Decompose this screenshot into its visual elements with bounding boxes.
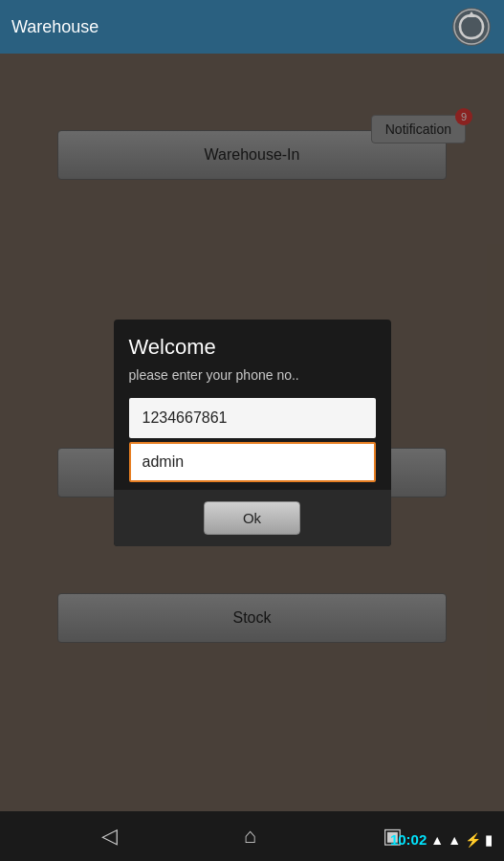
dialog-title: Welcome [114,320,391,364]
back-button[interactable]: ◁ [101,824,118,849]
action-bar: Warehouse [0,0,504,54]
signal-icon: ▲ [448,832,461,848]
bluetooth-icon: ⚡ [465,832,481,848]
password-input[interactable] [129,442,376,482]
dialog-overlay: Welcome please enter your phone no.. Ok [0,54,504,811]
welcome-dialog: Welcome please enter your phone no.. Ok [114,320,391,546]
phone-input[interactable] [129,398,376,438]
status-bar-right: 10:02 ▲ ▲ ⚡ ▮ [390,831,493,848]
wifi-icon: ▲ [430,832,444,848]
app-logo [450,6,493,48]
app-title: Warehouse [11,17,99,37]
dialog-subtitle: please enter your phone no.. [114,364,391,394]
dialog-buttons: Ok [114,490,391,546]
time-display: 10:02 [390,831,427,848]
battery-icon: ▮ [485,832,493,848]
nav-bar: ◁ ⌂ ▣ 10:02 ▲ ▲ ⚡ ▮ [0,811,504,861]
ok-button[interactable]: Ok [204,501,300,535]
home-button[interactable]: ⌂ [244,824,256,849]
